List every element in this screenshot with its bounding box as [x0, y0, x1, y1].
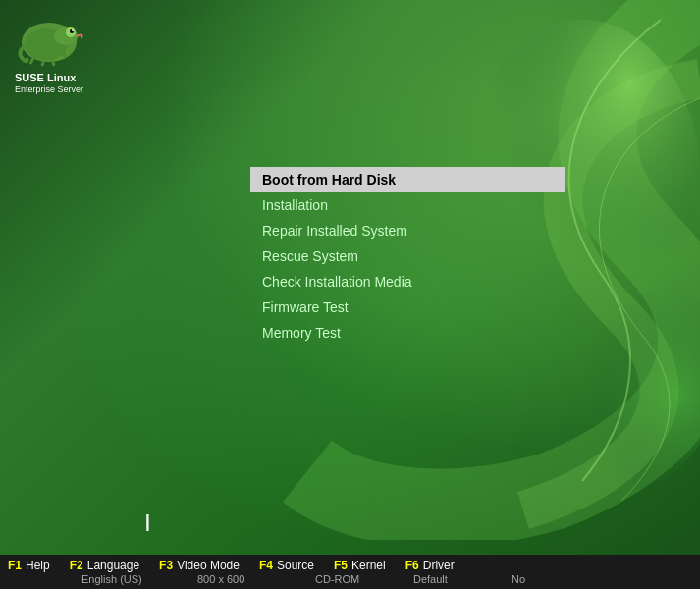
f6-key: F6 — [405, 559, 419, 572]
status-f4-value: CD-ROM — [315, 573, 394, 585]
boot-menu: Boot from Hard Disk Installation Repair … — [250, 167, 565, 346]
status-row-labels: F1 Help F2 Language F3 Video Mode F4 Sou… — [8, 559, 692, 572]
f3-key: F3 — [159, 559, 173, 572]
f4-label: Source — [277, 559, 314, 572]
f5-value: Default — [413, 573, 448, 585]
status-f2-value: English (US) — [81, 573, 178, 585]
f3-value: 800 x 600 — [197, 573, 244, 585]
status-bar: F1 Help F2 Language F3 Video Mode F4 Sou… — [0, 555, 700, 589]
status-f5[interactable]: F5 Kernel — [334, 559, 386, 572]
menu-item-check-media[interactable]: Check Installation Media — [250, 269, 565, 294]
f2-label: Language — [87, 559, 139, 572]
menu-item-boot-hard-disk[interactable]: Boot from Hard Disk — [250, 167, 565, 192]
status-row-values: English (US) 800 x 600 CD-ROM Default No — [8, 573, 692, 585]
f6-label: Driver — [423, 559, 455, 572]
f5-key: F5 — [334, 559, 348, 572]
f2-key: F2 — [70, 559, 83, 572]
status-f5-value: Default — [413, 573, 492, 585]
menu-item-repair[interactable]: Repair Installed System — [250, 218, 565, 243]
suse-logo-icon — [15, 15, 83, 69]
f2-value: English (US) — [81, 573, 142, 585]
f1-key: F1 — [8, 559, 22, 572]
status-f6-value: No — [512, 573, 525, 585]
status-f6[interactable]: F6 Driver — [405, 559, 455, 572]
svg-point-7 — [72, 29, 74, 31]
text-cursor: | — [142, 512, 153, 532]
status-f1[interactable]: F1 Help — [8, 559, 50, 572]
status-f2[interactable]: F2 Language — [70, 559, 139, 572]
menu-item-memory-test[interactable]: Memory Test — [250, 320, 565, 346]
status-f3[interactable]: F3 Video Mode — [159, 559, 240, 572]
f6-value: No — [512, 573, 525, 585]
f1-label: Help — [26, 559, 50, 572]
svg-line-10 — [52, 58, 54, 66]
f4-key: F4 — [259, 559, 273, 572]
f5-label: Kernel — [351, 559, 386, 572]
menu-item-firmware-test[interactable]: Firmware Test — [250, 294, 565, 320]
f4-value: CD-ROM — [315, 573, 359, 585]
status-f4[interactable]: F4 Source — [259, 559, 314, 572]
menu-item-installation[interactable]: Installation — [250, 192, 565, 218]
f3-label: Video Mode — [177, 559, 240, 572]
svg-line-9 — [42, 58, 44, 66]
status-f3-value: 800 x 600 — [197, 573, 296, 585]
logo-area: SUSE Linux Enterprise Server — [15, 15, 83, 96]
logo-brand: SUSE Linux — [15, 71, 83, 84]
logo-product: Enterprise Server — [15, 84, 83, 96]
menu-item-rescue[interactable]: Rescue System — [250, 243, 565, 269]
svg-line-8 — [30, 56, 34, 64]
